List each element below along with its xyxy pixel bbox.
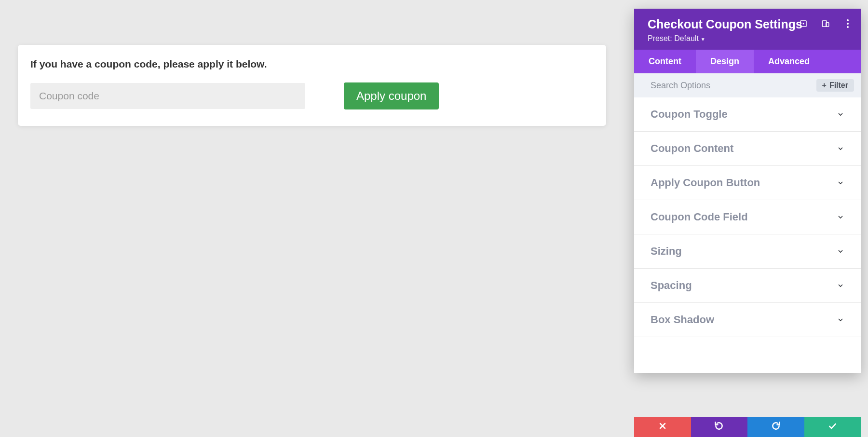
panel-header-actions <box>799 19 852 28</box>
more-menu-icon[interactable] <box>843 19 852 28</box>
panel-footer <box>634 417 861 437</box>
coupon-card: If you have a coupon code, please apply … <box>18 45 606 126</box>
tab-advanced[interactable]: Advanced <box>754 50 824 73</box>
panel-header: Checkout Coupon Settings Preset: Default… <box>634 9 861 50</box>
chevron-down-icon <box>837 247 844 255</box>
chevron-down-icon <box>837 110 844 118</box>
preset-selector[interactable]: Preset: Default ▼ <box>648 34 847 43</box>
cancel-button[interactable] <box>634 417 691 437</box>
section-coupon-content[interactable]: Coupon Content <box>634 132 861 166</box>
search-options-input[interactable] <box>651 81 816 91</box>
panel-search-bar: + Filter <box>634 73 861 97</box>
section-label: Coupon Content <box>651 142 733 155</box>
chevron-down-icon <box>837 145 844 152</box>
filter-label: Filter <box>829 81 848 90</box>
redo-button[interactable] <box>747 417 804 437</box>
section-apply-coupon-button[interactable]: Apply Coupon Button <box>634 166 861 200</box>
panel-tabs: Content Design Advanced <box>634 50 861 73</box>
tab-content[interactable]: Content <box>634 50 696 73</box>
redo-icon <box>771 421 781 433</box>
section-sizing[interactable]: Sizing <box>634 234 861 269</box>
section-coupon-code-field[interactable]: Coupon Code Field <box>634 200 861 234</box>
apply-coupon-button[interactable]: Apply coupon <box>344 82 439 109</box>
section-box-shadow[interactable]: Box Shadow <box>634 303 861 337</box>
section-label: Box Shadow <box>651 314 714 326</box>
undo-icon <box>714 421 724 433</box>
filter-button[interactable]: + Filter <box>816 79 854 92</box>
section-spacing[interactable]: Spacing <box>634 269 861 303</box>
save-button[interactable] <box>804 417 861 437</box>
expand-icon[interactable] <box>799 19 808 28</box>
section-coupon-toggle[interactable]: Coupon Toggle <box>634 97 861 132</box>
coupon-instructions: If you have a coupon code, please apply … <box>30 58 594 70</box>
check-icon <box>827 421 837 433</box>
design-sections-list[interactable]: Coupon Toggle Coupon Content Apply Coupo… <box>634 97 861 373</box>
preset-label: Preset: Default <box>648 34 699 43</box>
plus-icon: + <box>822 81 827 90</box>
chevron-down-icon <box>837 316 844 324</box>
undo-button[interactable] <box>691 417 748 437</box>
coupon-row: Apply coupon <box>30 82 594 109</box>
responsive-icon[interactable] <box>821 19 830 28</box>
section-label: Coupon Code Field <box>651 211 748 223</box>
chevron-down-icon <box>837 179 844 187</box>
section-label: Coupon Toggle <box>651 108 728 121</box>
settings-panel: Checkout Coupon Settings Preset: Default… <box>634 9 861 373</box>
section-label: Apply Coupon Button <box>651 177 760 189</box>
svg-point-1 <box>803 23 804 25</box>
section-label: Spacing <box>651 279 692 292</box>
tab-design[interactable]: Design <box>696 50 754 73</box>
chevron-down-icon <box>837 282 844 289</box>
chevron-down-icon: ▼ <box>701 37 705 42</box>
section-label: Sizing <box>651 245 682 258</box>
coupon-code-input[interactable] <box>30 83 305 109</box>
chevron-down-icon <box>837 213 844 221</box>
close-icon <box>658 421 667 433</box>
